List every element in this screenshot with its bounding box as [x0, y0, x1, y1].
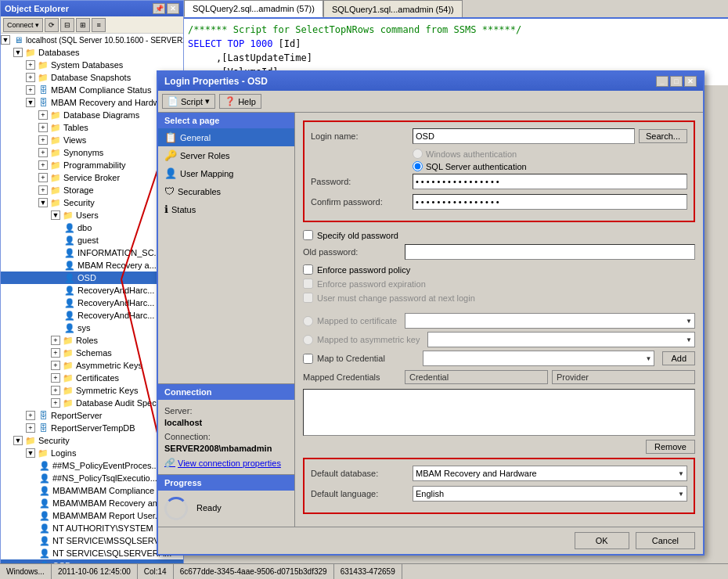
connect-button[interactable]: Connect ▾: [3, 18, 43, 32]
datetime-text: 2011-10-06 12:45:00: [58, 567, 131, 576]
page-server-roles[interactable]: 🔑 Server Roles: [158, 146, 294, 164]
sql-auth-label: SQL Server authentication: [426, 162, 527, 171]
map-to-credential-combo[interactable]: ▼: [423, 351, 654, 366]
system-db-expand[interactable]: +: [26, 60, 35, 70]
user-osd-icon: 👤: [63, 272, 76, 283]
security-root-expand[interactable]: ▼: [13, 436, 23, 445]
asym-keys-expand[interactable]: +: [51, 361, 60, 370]
search-button[interactable]: Search...: [639, 129, 687, 143]
dialog-close-button[interactable]: ✕: [684, 76, 697, 87]
view-connection-props-link[interactable]: 🔗 View connection properties: [164, 458, 288, 468]
old-password-row: Old password:: [303, 244, 695, 260]
mapped-asym-radio[interactable]: [303, 335, 313, 345]
properties-button[interactable]: ≡: [92, 18, 106, 32]
mapped-credentials-row: Mapped Credentials Credential Provider: [303, 370, 695, 384]
dialog-maximize-button[interactable]: □: [670, 76, 683, 87]
databases-node[interactable]: ▼ 📁 Databases: [1, 46, 183, 59]
report-server-expand[interactable]: +: [26, 411, 35, 420]
page-status[interactable]: ℹ Status: [158, 200, 294, 218]
default-database-combo[interactable]: MBAM Recovery and Hardware ▼: [413, 466, 687, 481]
old-password-input[interactable]: [405, 244, 695, 260]
guid-status: 6c677dde-3345-4aae-9506-d0715b3df329: [174, 564, 334, 579]
mapped-cert-radio[interactable]: [303, 316, 313, 326]
security-root-label: Security: [38, 436, 70, 445]
synonyms-expand[interactable]: +: [38, 148, 48, 157]
oe-close-button[interactable]: ✕: [167, 3, 179, 14]
storage-expand[interactable]: +: [38, 185, 48, 195]
logins-expand[interactable]: ▼: [26, 448, 35, 458]
user-mbam-recovery-icon: 👤: [63, 260, 76, 271]
asym-keys-icon: 📁: [62, 360, 74, 371]
login-name-label: Login name:: [311, 131, 413, 141]
confirm-password-input[interactable]: [413, 194, 687, 210]
sql-auth-radio[interactable]: [413, 161, 423, 171]
dialog-minimize-button[interactable]: _: [656, 76, 669, 87]
ok-button[interactable]: OK: [575, 532, 629, 549]
user-information-icon: 👤: [63, 247, 76, 258]
script-button[interactable]: 📄 Script ▾: [162, 94, 215, 109]
security-db-expand[interactable]: ▼: [38, 198, 48, 207]
mbam-recovery-label: MBAM Recovery and Hardw...: [51, 98, 166, 107]
refresh-button[interactable]: ⟳: [45, 18, 59, 32]
user-recovery2-icon: 👤: [63, 297, 76, 308]
enforce-expiration-checkbox[interactable]: [303, 279, 313, 289]
db-snapshots-icon: 📁: [37, 72, 49, 83]
default-database-value: MBAM Recovery and Hardware: [416, 469, 537, 478]
system-db-node[interactable]: + 📁 System Databases: [1, 59, 183, 71]
windows-auth-radio[interactable]: [413, 149, 423, 159]
report-server-temp-expand[interactable]: +: [26, 423, 35, 433]
certificates-expand[interactable]: +: [51, 373, 60, 383]
sym-keys-expand[interactable]: +: [51, 386, 60, 395]
filter-button[interactable]: ⊟: [60, 18, 74, 32]
page-general[interactable]: 📋 General: [158, 128, 294, 146]
confirm-password-label: Confirm password:: [311, 197, 413, 207]
programmability-expand[interactable]: +: [38, 160, 48, 170]
db-snapshots-label: Database Snapshots: [51, 73, 131, 82]
db-snapshots-expand[interactable]: +: [26, 73, 35, 82]
mbam-compliance-expand[interactable]: +: [26, 85, 35, 95]
help-button[interactable]: ❓ Help: [219, 94, 261, 109]
collapse-button[interactable]: ⊞: [76, 18, 90, 32]
tab-sqlquery1[interactable]: SQLQuery1.sql...amadmin (54)): [323, 0, 463, 17]
map-to-credential-checkbox[interactable]: [303, 354, 313, 364]
databases-expand[interactable]: ▼: [13, 48, 23, 57]
password-input[interactable]: [413, 174, 687, 189]
remove-button[interactable]: Remove: [646, 440, 695, 454]
default-database-arrow: ▼: [678, 470, 684, 477]
specify-old-password-checkbox[interactable]: [303, 230, 313, 240]
login-nt-authority-icon: 👤: [38, 523, 51, 534]
default-language-combo[interactable]: English ▼: [413, 486, 687, 502]
tab-sqlquery2-label: SQLQuery2.sql...amadmin (57)): [193, 4, 315, 13]
users-expand[interactable]: ▼: [51, 210, 60, 220]
page-user-mapping[interactable]: 👤 User Mapping: [158, 164, 294, 182]
roles-expand[interactable]: +: [51, 336, 60, 345]
service-broker-icon: 📁: [49, 172, 62, 183]
service-broker-expand[interactable]: +: [38, 173, 48, 182]
db-audit-expand[interactable]: +: [51, 398, 60, 408]
login-name-input[interactable]: [413, 128, 635, 144]
views-expand[interactable]: +: [38, 135, 48, 145]
user-must-change-checkbox[interactable]: [303, 293, 313, 303]
dialog-window-buttons: _ □ ✕: [656, 76, 697, 87]
datetime-status: 2011-10-06 12:45:00: [52, 564, 138, 579]
sym-keys-icon: 📁: [62, 385, 74, 396]
db-diagrams-expand[interactable]: +: [38, 110, 48, 120]
statusbar: Windows... 2011-10-06 12:45:00 Col: 14 6…: [0, 563, 728, 579]
sql-auth-row: SQL Server authentication: [413, 161, 687, 171]
add-credential-button[interactable]: Add: [662, 351, 695, 365]
enforce-policy-checkbox[interactable]: [303, 264, 313, 275]
user-must-change-row: User must change password at next login: [303, 293, 695, 303]
programmability-icon: 📁: [49, 160, 62, 171]
cancel-button[interactable]: Cancel: [636, 532, 695, 549]
tab-sqlquery2[interactable]: SQLQuery2.sql...amadmin (57)): [184, 0, 323, 17]
server-node[interactable]: ▼ 🖥 localhost (SQL Server 10.50.1600 - S…: [1, 34, 183, 46]
tables-expand[interactable]: +: [38, 123, 48, 132]
schemas-expand[interactable]: +: [51, 348, 60, 358]
mapped-asym-combo[interactable]: ▼: [427, 332, 695, 347]
page-securables[interactable]: 🛡 Securables: [158, 182, 294, 200]
mbam-recovery-expand[interactable]: ▼: [26, 98, 35, 107]
enforce-expiration-label: Enforce password expiration: [317, 279, 426, 289]
mapped-cert-combo[interactable]: ▼: [405, 313, 695, 329]
oe-pin-button[interactable]: 📌: [153, 3, 165, 14]
server-expand[interactable]: ▼: [1, 35, 10, 45]
